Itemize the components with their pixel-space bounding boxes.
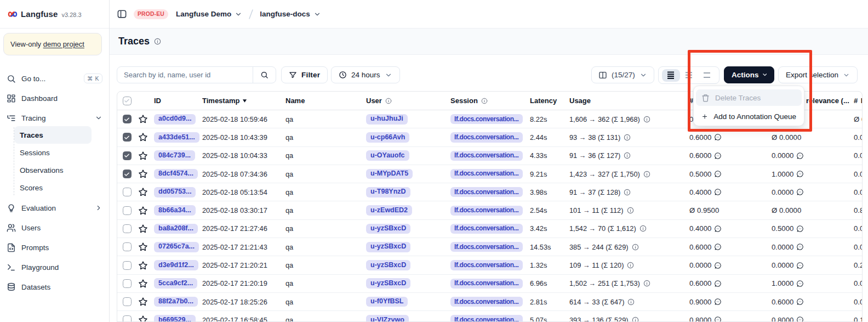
row-checkbox[interactable]: [117, 170, 136, 178]
header-score-c[interactable]: # h: [853, 97, 863, 105]
row-checkbox[interactable]: [117, 115, 136, 123]
cell-user[interactable]: u-VlZzvwo: [366, 315, 450, 322]
row-checkbox[interactable]: [117, 279, 136, 288]
time-range-button[interactable]: 24 hours: [331, 66, 400, 83]
sidebar-item-observations[interactable]: Observations: [14, 161, 92, 179]
row-star[interactable]: [136, 297, 154, 307]
row-checkbox[interactable]: [117, 242, 136, 251]
sidebar-toggle-icon[interactable]: [117, 9, 127, 19]
sidebar-item-sessions[interactable]: Sessions: [14, 144, 92, 161]
cell-user[interactable]: u-f0YfBSL: [366, 297, 450, 307]
row-star[interactable]: [136, 206, 154, 216]
menu-item-add-annotation-queue[interactable]: Add to Annotation Queue: [696, 108, 802, 125]
row-checkbox[interactable]: [117, 261, 136, 270]
star-icon[interactable]: [138, 169, 148, 179]
header-timestamp[interactable]: Timestamp: [202, 97, 285, 105]
cell-user[interactable]: u-zEwdED2: [366, 205, 450, 216]
star-icon[interactable]: [138, 187, 148, 197]
cell-session[interactable]: lf.docs.conversation...: [450, 279, 530, 289]
row-star[interactable]: [136, 279, 154, 289]
cell-user[interactable]: u-OYauofc: [366, 150, 450, 161]
header-usage[interactable]: Usage: [569, 97, 689, 105]
cell-session[interactable]: lf.docs.conversation...: [450, 151, 530, 161]
header-name[interactable]: Name: [285, 97, 366, 105]
cell-id[interactable]: 8b66a34...: [154, 205, 202, 216]
table-row[interactable]: a433de51...2025-02-18 10:43:39qau-cp66Av…: [117, 128, 862, 146]
table-row[interactable]: 8dcf4574...2025-02-18 07:34:36qau-MYpDAT…: [117, 165, 862, 183]
row-checkbox[interactable]: [117, 206, 136, 215]
cell-session[interactable]: lf.docs.conversation...: [450, 315, 530, 322]
row-height-large-button[interactable]: [698, 67, 716, 83]
demo-project-link[interactable]: demo project: [43, 40, 84, 48]
cell-session[interactable]: lf.docs.conversation...: [450, 187, 530, 197]
cell-session[interactable]: lf.docs.conversation...: [450, 169, 530, 179]
row-checkbox[interactable]: [117, 133, 136, 142]
cell-id[interactable]: a0cd0d9...: [154, 114, 202, 125]
header-id[interactable]: ID: [154, 97, 202, 105]
breadcrumb-org[interactable]: Langfuse Demo: [174, 10, 244, 18]
row-star[interactable]: [136, 315, 154, 322]
cell-user[interactable]: u-MYpDAT5: [366, 169, 450, 179]
cell-user[interactable]: u-huJhuJi: [366, 114, 450, 125]
table-row[interactable]: dd05753...2025-02-18 05:13:54qau-T98YnzD…: [117, 183, 862, 201]
cell-user[interactable]: u-yzSBxcD: [366, 242, 450, 252]
sidebar-item-traces[interactable]: Traces: [14, 126, 92, 144]
cell-id[interactable]: 88f2a7b0...: [154, 297, 202, 307]
table-row[interactable]: 084c739...2025-02-18 10:04:33qau-OYauofc…: [117, 147, 862, 165]
table-row[interactable]: 8b66a34...2025-02-18 03:30:17qau-zEwdED2…: [117, 201, 862, 219]
cell-id[interactable]: dd05753...: [154, 187, 202, 197]
cell-user[interactable]: u-yzSBxcD: [366, 224, 450, 234]
star-icon[interactable]: [138, 297, 148, 307]
star-icon[interactable]: [138, 242, 148, 252]
cell-session[interactable]: lf.docs.conversation...: [450, 260, 530, 270]
menu-item-delete-traces[interactable]: Delete Traces: [696, 89, 802, 106]
columns-button[interactable]: (15/27): [591, 66, 654, 83]
header-user[interactable]: User: [366, 97, 450, 105]
star-icon[interactable]: [138, 151, 148, 161]
star-icon[interactable]: [138, 114, 148, 124]
sidebar-item-playground[interactable]: Playground: [4, 257, 105, 277]
table-row[interactable]: ba8a208f...2025-02-17 21:27:46qau-yzSBxc…: [117, 220, 862, 238]
search-button[interactable]: [253, 67, 276, 83]
star-icon[interactable]: [138, 315, 148, 322]
sidebar-item-dashboard[interactable]: Dashboard: [4, 88, 105, 108]
sidebar-item-datasets[interactable]: Datasets: [4, 277, 105, 297]
cell-id[interactable]: 5cca9cf2...: [154, 278, 202, 289]
info-icon[interactable]: [154, 38, 161, 45]
row-star[interactable]: [136, 224, 154, 234]
sidebar-item-prompts[interactable]: Prompts: [4, 238, 105, 257]
star-icon[interactable]: [138, 279, 148, 289]
sidebar-item-evaluation[interactable]: Evaluation: [4, 198, 105, 218]
row-height-medium-button[interactable]: [680, 67, 698, 83]
sidebar-item-tracing[interactable]: Tracing: [4, 108, 105, 128]
sidebar-item-scores[interactable]: Scores: [14, 179, 92, 196]
cell-id[interactable]: b669529...: [154, 315, 202, 322]
cell-user[interactable]: u-yzSBxcD: [366, 278, 450, 289]
row-star[interactable]: [136, 187, 154, 197]
row-checkbox[interactable]: [117, 151, 136, 160]
cell-user[interactable]: u-cp66Avh: [366, 132, 450, 143]
breadcrumb-project[interactable]: langfuse-docs: [258, 10, 323, 18]
cell-user[interactable]: u-yzSBxcD: [366, 260, 450, 270]
cell-id[interactable]: 084c739...: [154, 150, 202, 161]
star-icon[interactable]: [138, 206, 148, 216]
select-all-checkbox[interactable]: [117, 97, 136, 105]
sidebar-item-goto[interactable]: Go to... ⌘ K: [4, 69, 105, 88]
cell-id[interactable]: a433de51...: [154, 132, 202, 143]
search-input[interactable]: Search by id, name, user id: [117, 71, 253, 79]
row-checkbox[interactable]: [117, 188, 136, 196]
table-row[interactable]: b669529...2025-02-17 16:58:45qau-VlZzvwo…: [117, 311, 862, 322]
star-icon[interactable]: [138, 261, 148, 270]
row-star[interactable]: [136, 261, 154, 270]
cell-session[interactable]: lf.docs.conversation...: [450, 114, 530, 124]
cell-session[interactable]: lf.docs.conversation...: [450, 206, 530, 216]
row-star[interactable]: [136, 132, 154, 142]
table-row[interactable]: 5cca9cf2...2025-02-17 21:20:19qau-yzSBxc…: [117, 275, 862, 293]
cell-id[interactable]: d3e9d1f2...: [154, 260, 202, 270]
export-button[interactable]: Export selection: [778, 66, 858, 83]
row-height-small-button[interactable]: [662, 69, 680, 82]
row-checkbox[interactable]: [117, 224, 136, 233]
cell-session[interactable]: lf.docs.conversation...: [450, 132, 530, 142]
table-row[interactable]: 88f2a7b0...2025-02-17 18:25:26qau-f0YfBS…: [117, 293, 862, 311]
cell-id[interactable]: ba8a208f...: [154, 224, 202, 234]
